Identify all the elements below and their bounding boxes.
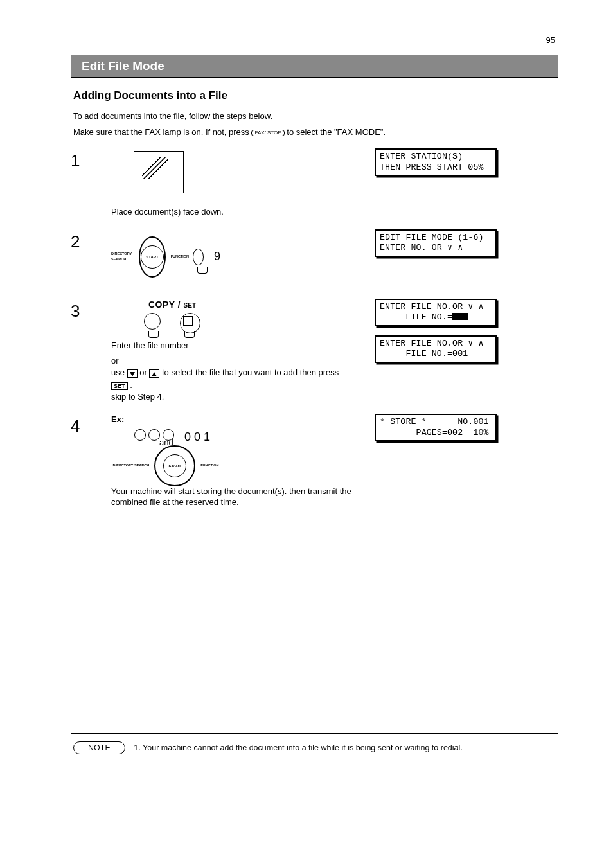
function-dial-icon: DIRECTORY SEARCH START FUNCTION 9 — [111, 232, 220, 282]
manual-page: 95 Edit File Mode Adding Documents into … — [0, 0, 613, 793]
step-number: 2 — [71, 229, 111, 287]
set-key-label: SET — [111, 382, 128, 390]
lcd-display-3b: ENTER FILE NO.OR ∨ ∧ FILE NO.=001 — [375, 335, 497, 363]
dial-label-function-2: FUNCTION — [200, 463, 218, 468]
copy-label: COPY — [148, 299, 175, 310]
note-text: 1. Your machine cannot add the document … — [134, 742, 462, 754]
step-number: 4 — [71, 414, 111, 508]
step-3: 3 COPY / SET Enter the file number or us… — [71, 299, 558, 403]
start-dial-icon: DIRECTORY SEARCH START FUNCTION — [111, 451, 220, 481]
lcd-display-1: ENTER STATION(S) THEN PRESS START 05% — [375, 148, 497, 176]
section-title: Edit File Mode — [71, 55, 558, 78]
press-button-icon — [193, 249, 204, 265]
skip-note-b: to select the "FAX MODE". — [287, 127, 386, 137]
or-word-inline: or — [139, 368, 149, 377]
lcd-display-3a: ENTER FILE NO.OR ∨ ∧ FILE NO.= — [375, 299, 497, 326]
dial-label-function: FUNCTION — [171, 254, 189, 259]
dial-label-search-2: DIRECTORY SEARCH — [112, 463, 149, 468]
ex-label: Ex: — [111, 414, 367, 425]
intro-text: To add documents into the file, follow t… — [73, 111, 558, 121]
document-icon — [134, 151, 184, 193]
step-4: 4 Ex: 0 0 1 and DIRECTORY SEARCH START F… — [71, 414, 558, 508]
press-button-icon — [144, 313, 161, 330]
step-1: 1 Place document(s) face down. ENTER STA… — [71, 148, 558, 218]
set-button-icon — [180, 313, 200, 333]
up-key-icon — [149, 369, 159, 378]
set-label: SET — [184, 302, 196, 309]
key-9: 9 — [214, 249, 220, 264]
dial-label-search: DIRECTORY SEARCH — [111, 252, 134, 261]
skip-note-a: Make sure that the FAX lamp is on. If no… — [73, 127, 251, 137]
step3-text-b: use — [111, 368, 127, 377]
step-1-text: Place document(s) face down. — [111, 206, 367, 218]
cursor-icon — [452, 313, 468, 320]
step3-text-c: to select the file that you want to add … — [162, 368, 339, 377]
note-footer: NOTE 1. Your machine cannot add the docu… — [71, 733, 558, 754]
dial-center-label-2: START — [163, 454, 186, 477]
step-number: 3 — [71, 299, 111, 403]
dial-center-label: START — [141, 245, 164, 269]
page-number: 95 — [546, 35, 555, 45]
lcd-display-2: EDIT FILE MODE (1-6) ENTER NO. OR ∨ ∧ — [375, 229, 497, 257]
subtitle: Adding Documents into a File — [73, 89, 558, 102]
note-label: NOTE — [73, 741, 125, 754]
step4-text: Your machine will start storing the docu… — [111, 486, 367, 508]
key-001: 0 0 1 — [184, 429, 210, 445]
or-label: or — [111, 355, 367, 367]
step3-text-a: Enter the file number — [111, 341, 189, 350]
lcd-display-4: * STORE * NO.001 PAGES=002 10% — [375, 414, 497, 441]
skip-note: Make sure that the FAX lamp is on. If no… — [73, 127, 558, 137]
faxstop-icon: FAX/ STOP — [251, 130, 284, 136]
skip-label: skip to Step 4. — [111, 392, 164, 402]
down-key-icon — [127, 369, 138, 378]
step-2: 2 DIRECTORY SEARCH START FUNCTION 9 EDIT… — [71, 229, 558, 287]
step-number: 1 — [71, 148, 111, 218]
